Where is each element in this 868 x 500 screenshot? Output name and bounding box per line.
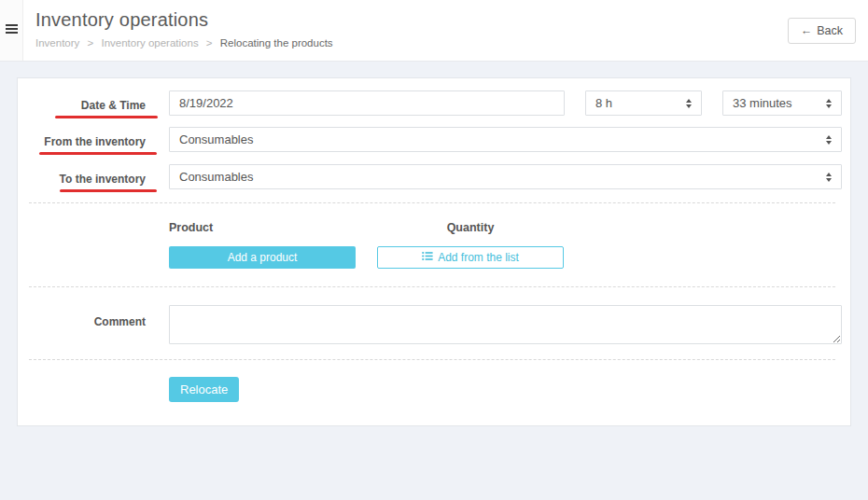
product-column-header: Product [169,221,356,234]
section-divider [29,202,835,203]
top-header: Inventory operations Inventory > Invento… [0,0,868,62]
date-time-row: Date & Time 8 h 33 minutes [18,90,842,116]
to-inventory-value: Consumables [179,170,254,184]
relocate-button[interactable]: Relocate [169,377,239,402]
left-arrow-icon: ← [801,24,813,37]
comment-textarea[interactable] [169,305,842,344]
breadcrumb-inventory[interactable]: Inventory [35,37,79,49]
up-down-arrows-icon [826,173,832,182]
red-underline-annotation [39,152,157,155]
to-inventory-label: To the inventory [60,173,146,186]
from-inventory-label: From the inventory [44,135,146,148]
list-icon [422,251,433,264]
back-button-label: Back [817,24,843,37]
hour-select[interactable]: 8 h [585,90,702,116]
back-button[interactable]: ← Back [788,18,856,44]
minutes-select-value: 33 minutes [733,96,792,110]
from-inventory-row: From the inventory Consumables [18,127,842,152]
quantity-column-header: Quantity [377,221,564,234]
red-underline-annotation [55,116,158,118]
to-inventory-row: To the inventory Consumables [18,164,842,189]
comment-row: Comment [18,305,842,344]
hour-select-value: 8 h [595,96,612,110]
add-product-button[interactable]: Add a product [169,246,356,269]
minutes-select[interactable]: 33 minutes [722,90,842,116]
hamburger-menu-icon[interactable] [6,24,18,35]
to-inventory-select[interactable]: Consumables [169,164,842,189]
up-down-arrows-icon [826,99,832,108]
breadcrumb-current: Relocating the products [220,37,333,49]
breadcrumb-separator: > [88,37,94,49]
add-from-list-label: Add from the list [438,251,519,264]
relocation-form-card: Date & Time 8 h 33 minutes From the inve… [17,77,851,426]
section-divider [29,359,835,360]
up-down-arrows-icon [826,135,832,145]
products-section: Product Quantity Add a product Add from … [169,221,833,269]
breadcrumb-inventory-operations[interactable]: Inventory operations [101,37,198,49]
from-inventory-value: Consumables [179,132,254,146]
up-down-arrows-icon [686,99,692,108]
page-title: Inventory operations [35,9,868,31]
section-divider [29,286,835,287]
red-underline-annotation [60,189,157,192]
date-input[interactable] [169,90,565,116]
breadcrumb-separator: > [206,37,213,49]
from-inventory-select[interactable]: Consumables [169,127,842,152]
breadcrumb: Inventory > Inventory operations > Reloc… [35,37,868,49]
add-from-list-button[interactable]: Add from the list [377,246,564,269]
comment-label: Comment [94,315,146,328]
date-time-label: Date & Time [81,99,146,112]
